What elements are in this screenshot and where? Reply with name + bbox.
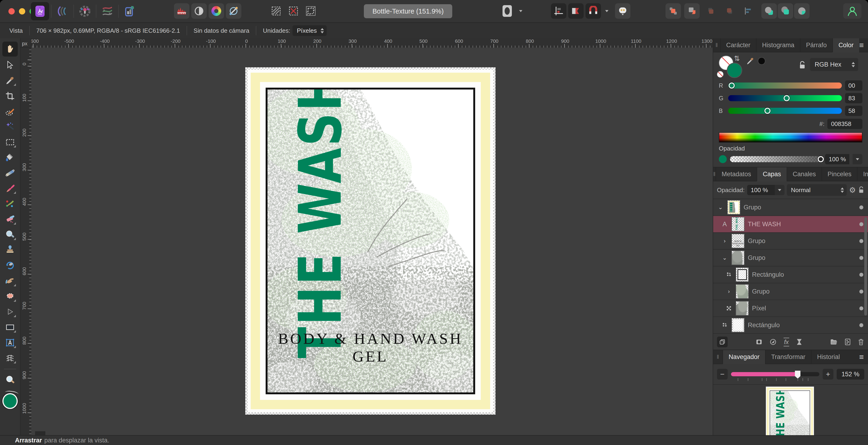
- panel-menu-icon[interactable]: ≡: [859, 350, 868, 364]
- edit-all-layers-button[interactable]: [717, 337, 728, 347]
- opacity-knob[interactable]: [818, 156, 824, 162]
- move-tool-button[interactable]: [2, 58, 18, 72]
- insert-behind-button[interactable]: [762, 3, 777, 19]
- deselect-button[interactable]: [286, 3, 301, 19]
- layer-row-rectangulo-1[interactable]: Rectángulo: [713, 266, 868, 283]
- visibility-dot[interactable]: [859, 323, 863, 327]
- flood-fill-tool-button[interactable]: [2, 151, 18, 164]
- text-tool-button[interactable]: [2, 336, 18, 350]
- invert-selection-button[interactable]: [303, 3, 318, 19]
- layer-opacity-select[interactable]: 100 %: [747, 185, 784, 195]
- lock-icon[interactable]: [799, 61, 806, 70]
- b-slider[interactable]: [728, 108, 842, 114]
- blend-mode-select[interactable]: Normal: [787, 184, 847, 196]
- mask-options-chevron[interactable]: [517, 4, 525, 18]
- visibility-dot[interactable]: [859, 273, 863, 277]
- zoom-percentage[interactable]: 152 %: [837, 369, 864, 380]
- white-balance-button[interactable]: [226, 3, 241, 19]
- flood-select-mode-button[interactable]: [269, 3, 284, 19]
- g-slider[interactable]: [728, 95, 842, 101]
- layer-effects-button[interactable]: fx: [783, 338, 789, 346]
- zoom-out-button[interactable]: −: [717, 369, 728, 380]
- units-select[interactable]: Píxeles: [292, 25, 327, 36]
- undo-brush-tool-button[interactable]: [2, 258, 18, 273]
- horizontal-ruler[interactable]: -600 -500 -400 -300 -200 -100 0 100 200 …: [31, 38, 713, 48]
- tab-caracter[interactable]: Carácter: [720, 38, 756, 52]
- layer-row-grupo-2[interactable]: › BODY & HAND WASH GEL Grupo: [713, 233, 868, 250]
- colour-spectrum-strip[interactable]: [719, 132, 862, 142]
- r-value[interactable]: 00: [845, 81, 862, 91]
- paint-brush-tool-button[interactable]: [2, 181, 18, 195]
- tonemap-persona-button[interactable]: [98, 2, 117, 20]
- panel-grip-icon[interactable]: ‖: [713, 350, 722, 364]
- g-value[interactable]: 83: [845, 93, 862, 103]
- r-slider-knob[interactable]: [728, 83, 735, 89]
- tab-histograma[interactable]: Histograma: [756, 38, 800, 52]
- ruler-unit-corner[interactable]: px: [21, 38, 31, 48]
- tab-transformar[interactable]: Transformar: [765, 350, 811, 364]
- layer-row-grupo-1[interactable]: ⌄ Grupo: [713, 199, 868, 216]
- new-mask-button[interactable]: [499, 3, 515, 19]
- tab-metadatos[interactable]: Metadatos: [716, 167, 757, 181]
- export-persona-button[interactable]: [121, 2, 139, 20]
- tab-canales[interactable]: Canales: [786, 167, 822, 181]
- node-tool-button[interactable]: [2, 305, 18, 319]
- rectangle-tool-button[interactable]: [2, 320, 18, 334]
- minimize-button[interactable]: [19, 8, 25, 14]
- zoom-in-button[interactable]: +: [823, 369, 833, 380]
- opacity-chevron[interactable]: [852, 154, 862, 164]
- canvas-viewport[interactable]: THE WASH BODY & HAND WASH GEL: [31, 48, 713, 435]
- layers-scrollbar[interactable]: [864, 217, 867, 316]
- panel-menu-icon[interactable]: ≡: [859, 38, 868, 52]
- auto-contrast-button[interactable]: [191, 3, 207, 19]
- layer-opacity-chevron[interactable]: [775, 185, 784, 195]
- delete-layer-trash-button[interactable]: [858, 339, 864, 345]
- snap-to-pixel-button[interactable]: [568, 3, 584, 19]
- no-colour-swatch[interactable]: [717, 71, 723, 77]
- stepper-icon[interactable]: [320, 28, 324, 33]
- insert-inside-button[interactable]: [794, 3, 810, 19]
- b-value[interactable]: 58: [845, 106, 862, 116]
- layer-lock-icon[interactable]: [858, 186, 864, 194]
- new-group-button[interactable]: [830, 339, 838, 345]
- b-slider-knob[interactable]: [765, 108, 771, 114]
- layer-row-pixel[interactable]: Píxel: [713, 300, 868, 317]
- crop-tool-button[interactable]: [2, 89, 18, 103]
- alignment-button[interactable]: [740, 3, 756, 19]
- panel-grip-icon[interactable]: ‖: [713, 167, 716, 181]
- develop-persona-button[interactable]: [76, 2, 94, 20]
- document-title[interactable]: Bottle-Texture (151.9%): [364, 4, 452, 18]
- colour-mode-select[interactable]: RGB Hex: [810, 58, 858, 71]
- adjustment-layer-button[interactable]: [770, 339, 777, 345]
- zoom-slider[interactable]: [731, 372, 819, 376]
- photo-persona-button[interactable]: [31, 2, 49, 20]
- swap-colours-icon[interactable]: ⇄: [733, 55, 741, 61]
- visibility-dot[interactable]: [859, 239, 863, 243]
- colour-replacement-tool-button[interactable]: [2, 197, 18, 211]
- chevron-down-icon[interactable]: ⌄: [717, 204, 724, 211]
- visibility-dot[interactable]: [859, 290, 863, 293]
- new-pixel-layer-button[interactable]: [845, 339, 851, 345]
- layer-row-grupo-3[interactable]: ⌄ Grupo: [713, 250, 868, 266]
- gradient-tool-button[interactable]: [2, 166, 18, 180]
- opacity-value[interactable]: 100 %: [825, 154, 849, 164]
- tab-capas[interactable]: Capas: [757, 167, 786, 181]
- picker-eyedropper-icon[interactable]: [746, 56, 755, 65]
- tab-pinceles[interactable]: Pinceles: [822, 167, 857, 181]
- layer-row-the-wash[interactable]: A THE WASH THE WASH: [713, 216, 868, 233]
- r-slider[interactable]: [728, 83, 842, 89]
- move-forward-button[interactable]: [684, 3, 700, 19]
- move-to-front-button[interactable]: [665, 3, 681, 19]
- active-colour-swatch[interactable]: [2, 392, 18, 410]
- insert-on-top-button[interactable]: [778, 3, 793, 19]
- erase-tool-button[interactable]: [2, 212, 18, 226]
- picked-colour-swatch[interactable]: [757, 57, 766, 65]
- auto-colour-button[interactable]: [209, 3, 224, 19]
- chevron-right-icon[interactable]: ›: [721, 238, 728, 244]
- g-slider-knob[interactable]: [783, 95, 790, 101]
- visibility-dot[interactable]: [859, 256, 863, 260]
- snapping-button[interactable]: [586, 3, 601, 19]
- auto-levels-button[interactable]: [174, 3, 189, 19]
- layer-settings-gear-icon[interactable]: ⚙: [849, 186, 856, 194]
- clone-tool-button[interactable]: [2, 243, 18, 257]
